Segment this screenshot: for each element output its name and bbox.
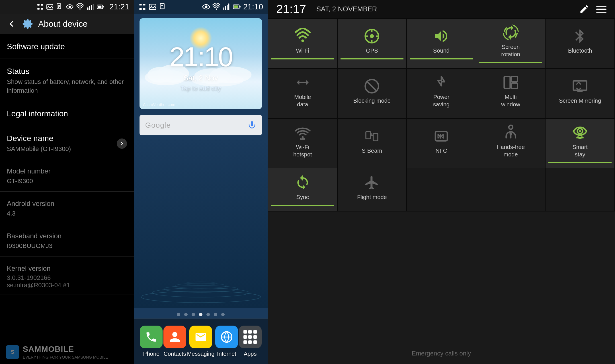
- about-statusbar: 21:21: [0, 0, 134, 14]
- mobile-data-tile-label: Mobiledata: [294, 93, 311, 108]
- qs-date: SAT, 2 NOVEMBER: [316, 5, 573, 13]
- sammobile-logo: S: [6, 345, 19, 359]
- dock-internet[interactable]: Internet: [215, 326, 238, 357]
- qs-tile-empty-3: [546, 168, 614, 211]
- dot-6[interactable]: [221, 313, 225, 316]
- dot-2[interactable]: [192, 313, 195, 316]
- svg-rect-3: [41, 8, 43, 9]
- ls-left-icons: [138, 3, 167, 11]
- about-item-device-name[interactable]: Device name SAMMobile (GT-I9300): [0, 126, 134, 160]
- mic-icon[interactable]: [248, 121, 256, 129]
- weather-background: 21:10 Sat, 2 Nov Tap to add city AccuWea…: [140, 18, 262, 109]
- device-name-chevron: [117, 138, 127, 149]
- software-update-label: Software update: [7, 42, 127, 51]
- svg-rect-2: [37, 8, 40, 9]
- svg-rect-60: [504, 76, 510, 88]
- sammobile-brand: SAMMOBILE: [23, 345, 108, 354]
- ls-eye-icon: [202, 3, 210, 11]
- qs-tile-power[interactable]: Powersaving: [407, 69, 476, 118]
- dot-1[interactable]: [184, 313, 188, 316]
- svg-rect-35: [239, 6, 241, 8]
- bluetooth-tile-label: Bluetooth: [568, 47, 592, 54]
- dock-phone[interactable]: Phone: [140, 326, 163, 357]
- svg-rect-48: [596, 6, 606, 7]
- qs-tile-flight[interactable]: Flight mode: [338, 168, 407, 211]
- flight-tile-label: Flight mode: [357, 193, 387, 201]
- about-item-legal[interactable]: Legal information: [0, 101, 134, 126]
- qs-tile-wifi[interactable]: Wi-Fi: [268, 19, 337, 68]
- ls-wifi-icon: [212, 3, 220, 11]
- qs-tile-rotation[interactable]: Screenrotation: [476, 19, 545, 68]
- qs-grid-row2: Mobiledata Blocking mode Powersaving Mul…: [268, 68, 615, 118]
- about-item-android: Android version 4.3: [0, 192, 134, 224]
- qs-tile-nfc[interactable]: NFC: [407, 119, 476, 168]
- svg-point-51: [301, 40, 304, 42]
- qs-tile-smart-stay[interactable]: Smartstay: [546, 119, 614, 168]
- svg-point-53: [370, 34, 374, 38]
- dock-apps[interactable]: Apps: [239, 326, 262, 357]
- kernel-label: Kernel version: [7, 264, 127, 272]
- about-item-status[interactable]: Status Show status of battery, network, …: [0, 59, 134, 101]
- dock-messaging[interactable]: Messaging: [187, 326, 215, 357]
- svg-point-27: [205, 5, 207, 8]
- qs-grid-row3: Wi-Fihotspot S Beam NFC Hands-freemode: [268, 118, 615, 168]
- screen-mirroring-tile-icon: [572, 78, 588, 94]
- screenshot-icon: [36, 3, 44, 11]
- svg-point-73: [579, 130, 581, 132]
- smart-stay-tile-icon: [572, 125, 588, 140]
- dot-0[interactable]: [177, 313, 180, 316]
- svg-rect-17: [98, 6, 101, 8]
- home-screen-area[interactable]: [134, 139, 268, 308]
- svg-point-10: [69, 6, 71, 8]
- ls-gallery-icon: [149, 3, 157, 11]
- about-time: 21:21: [109, 2, 129, 11]
- svg-rect-18: [103, 6, 104, 7]
- qs-tile-hotspot[interactable]: Wi-Fihotspot: [268, 119, 337, 168]
- qs-tile-bluetooth[interactable]: Bluetooth: [546, 19, 614, 68]
- qs-tile-handsfree[interactable]: Hands-freemode: [476, 119, 545, 168]
- qs-tile-screen-mirroring[interactable]: Screen Mirroring: [546, 69, 614, 118]
- edit-icon[interactable]: [579, 4, 589, 14]
- page-dots: [134, 308, 268, 318]
- about-item-software-update[interactable]: Software update: [0, 34, 134, 59]
- phone-icon: [140, 326, 163, 348]
- about-item-model: Model number GT-I9300: [0, 159, 134, 192]
- sound-tile-label: Sound: [433, 47, 450, 54]
- qs-grid-row4: Sync Flight mode: [268, 168, 615, 212]
- qs-tile-blocking[interactable]: Blocking mode: [338, 69, 407, 118]
- weather-widget[interactable]: 21:10 Sat, 2 Nov Tap to add city AccuWea…: [140, 18, 262, 109]
- status-label: Status: [7, 67, 127, 76]
- svg-rect-29: [223, 7, 224, 10]
- messaging-icon: [189, 326, 212, 348]
- qs-tile-sync[interactable]: Sync: [268, 168, 337, 211]
- settings-gear-icon: [22, 18, 33, 29]
- lockscreen-statusbar: 21:10: [134, 0, 268, 14]
- qs-tile-sound[interactable]: Sound: [407, 19, 476, 68]
- svg-rect-30: [225, 6, 226, 10]
- dot-3[interactable]: [199, 313, 202, 316]
- svg-rect-13: [89, 6, 90, 10]
- bluetooth-tile-icon: [572, 28, 588, 44]
- qs-tile-multiwindow[interactable]: Multiwindow: [476, 69, 545, 118]
- accuweather-badge: AccuWeather.com: [143, 102, 175, 107]
- menu-icon[interactable]: [596, 4, 606, 14]
- model-label: Model number: [7, 167, 127, 175]
- qs-time: 21:17: [276, 2, 306, 16]
- svg-rect-34: [234, 5, 238, 8]
- status-icons-left: [36, 3, 63, 11]
- qs-tile-mobile-data[interactable]: Mobiledata: [268, 69, 337, 118]
- back-button[interactable]: [6, 18, 17, 30]
- qs-tile-gps[interactable]: GPS: [338, 19, 407, 68]
- device-name-value: SAMMobile (GT-I9300): [7, 145, 71, 154]
- ls-file-icon: [159, 3, 167, 11]
- dock-contacts[interactable]: Contacts: [163, 326, 186, 357]
- google-text: Google: [145, 121, 171, 130]
- ls-signal-icon: [223, 3, 231, 11]
- google-search-bar[interactable]: Google: [140, 115, 262, 135]
- dot-5[interactable]: [214, 313, 217, 316]
- svg-rect-20: [143, 4, 145, 6]
- qs-tile-sbeam[interactable]: S Beam: [338, 119, 407, 168]
- dot-4[interactable]: [206, 313, 210, 316]
- svg-point-38: [158, 65, 189, 83]
- svg-rect-0: [37, 4, 40, 5]
